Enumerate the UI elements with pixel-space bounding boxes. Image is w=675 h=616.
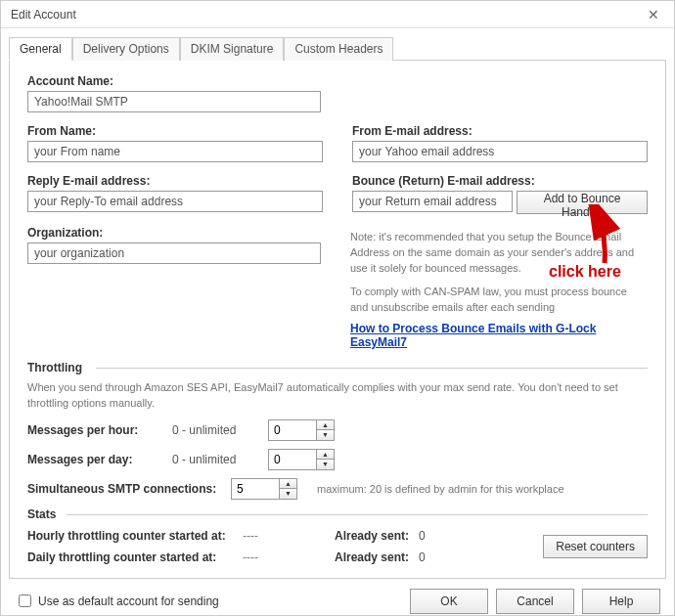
help-button[interactable]: Help <box>582 589 660 614</box>
ok-button[interactable]: OK <box>410 589 488 614</box>
smtp-connections-spinner[interactable]: ▲ ▼ <box>231 478 299 500</box>
window-title: Edit Account <box>11 8 76 22</box>
use-default-checkbox[interactable] <box>19 594 31 607</box>
reply-email-label: Reply E-mail address: <box>27 174 323 188</box>
general-panel: Account Name: From Name: From E-mail add… <box>9 60 666 579</box>
daily-counter-value: ---- <box>243 550 301 564</box>
max-connections-note: maximum: 20 is defined by admin for this… <box>317 483 564 495</box>
messages-per-hour-label: Messages per hour: <box>27 423 164 437</box>
organization-label: Organization: <box>27 226 321 240</box>
throttling-description: When you send through Amazon SES API, Ea… <box>27 380 648 412</box>
daily-counter-label: Daily throttling counter started at: <box>27 550 243 564</box>
tab-custom-headers[interactable]: Custom Headers <box>284 37 393 61</box>
spinner-down-icon[interactable]: ▼ <box>317 430 334 440</box>
dialog-footer: Use as default account for sending OK Ca… <box>1 579 674 616</box>
hourly-counter-value: ---- <box>243 529 301 543</box>
bounce-note-2: To comply with CAN-SPAM law, you must pr… <box>350 285 648 316</box>
spinner-down-icon[interactable]: ▼ <box>280 489 296 499</box>
account-name-input[interactable] <box>27 91 321 112</box>
bounce-note-1: Note: it's recommended that you setup th… <box>350 230 648 277</box>
organization-input[interactable] <box>27 242 321 264</box>
messages-per-hour-input[interactable] <box>268 419 317 441</box>
spinner-up-icon[interactable]: ▲ <box>280 479 296 490</box>
use-default-label: Use as default account for sending <box>38 594 219 608</box>
spinner-up-icon[interactable]: ▲ <box>317 420 334 431</box>
throttling-section-header: Throttling <box>27 361 648 374</box>
smtp-connections-label: Simultaneous SMTP connections: <box>27 482 223 496</box>
messages-per-hour-hint: 0 - unlimited <box>172 423 260 437</box>
spinner-up-icon[interactable]: ▲ <box>317 450 334 461</box>
add-to-bounce-handler-button[interactable]: Add to Bounce Handler <box>517 191 648 214</box>
from-name-input[interactable] <box>27 141 323 162</box>
reply-email-input[interactable] <box>27 191 323 212</box>
messages-per-day-spinner[interactable]: ▲ ▼ <box>268 449 337 470</box>
spinner-down-icon[interactable]: ▼ <box>317 460 334 469</box>
already-sent-daily-label: Already sent: <box>301 550 409 564</box>
messages-per-day-input[interactable] <box>268 449 317 470</box>
hourly-counter-label: Hourly throttling counter started at: <box>27 529 243 543</box>
bounce-email-label: Bounce (Return) E-mail address: <box>352 174 648 188</box>
from-name-label: From Name: <box>27 124 323 138</box>
already-sent-hourly-label: Already sent: <box>301 529 409 543</box>
smtp-connections-input[interactable] <box>231 478 280 500</box>
title-bar: Edit Account ✕ <box>1 1 674 28</box>
use-default-checkbox-wrap[interactable]: Use as default account for sending <box>15 592 219 610</box>
tab-general[interactable]: General <box>9 37 72 61</box>
tab-delivery-options[interactable]: Delivery Options <box>72 37 180 61</box>
stats-section-header: Stats <box>27 507 648 521</box>
bounce-email-input[interactable] <box>352 191 513 212</box>
from-email-input[interactable] <box>352 141 648 162</box>
close-icon[interactable]: ✕ <box>639 4 668 25</box>
tab-strip: General Delivery Options DKIM Signature … <box>9 36 666 60</box>
messages-per-hour-spinner[interactable]: ▲ ▼ <box>268 419 337 441</box>
account-name-label: Account Name: <box>27 74 321 88</box>
already-sent-daily-value: 0 <box>419 550 458 564</box>
messages-per-day-hint: 0 - unlimited <box>172 453 260 466</box>
tab-dkim-signature[interactable]: DKIM Signature <box>180 37 285 61</box>
reset-counters-button[interactable]: Reset counters <box>543 535 648 558</box>
messages-per-day-label: Messages per day: <box>27 453 164 466</box>
cancel-button[interactable]: Cancel <box>496 589 574 614</box>
from-email-label: From E-mail address: <box>352 124 648 138</box>
already-sent-hourly-value: 0 <box>419 529 458 543</box>
bounce-howto-link[interactable]: How to Process Bounce Emails with G-Lock… <box>350 322 648 349</box>
